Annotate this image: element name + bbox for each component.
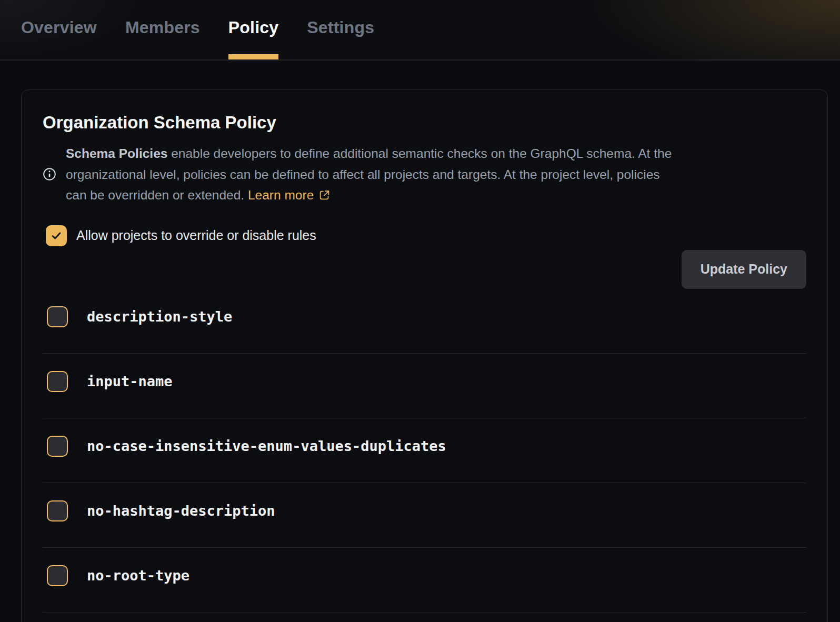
tab-settings[interactable]: Settings [307,0,374,59]
info-icon [43,167,56,181]
checkmark-icon [51,230,62,242]
tab-overview[interactable]: Overview [21,0,97,59]
rule-name: no-root-type [87,565,189,586]
allow-override-checkbox[interactable] [46,225,67,246]
schema-policy-card: Organization Schema Policy Schema Polici… [21,89,828,622]
rule-row-no-case-insensitive-enum-values-duplicates: no-case-insensitive-enum-values-duplicat… [43,418,806,483]
allow-override-row: Allow projects to override or disable ru… [43,225,806,247]
rule-name: no-case-insensitive-enum-values-duplicat… [87,436,446,457]
rule-row-description-style: description-style [43,289,806,354]
rules-list: description-style input-name no-case-ins… [43,289,806,613]
schema-policy-note: Schema Policies enable developers to def… [43,143,806,206]
note-line-3: can be overridden or extended. Learn mor… [66,185,672,206]
tab-members[interactable]: Members [125,0,200,59]
button-row: Update Policy [43,250,806,289]
rule-name: input-name [87,371,173,392]
page-title: Organization Schema Policy [43,113,806,132]
rule-checkbox-description-style[interactable] [47,306,68,327]
rule-name: no-hashtag-description [87,500,275,521]
rule-checkbox-input-name[interactable] [47,371,68,392]
rule-name: description-style [87,306,232,327]
rule-checkbox-no-case-insensitive-enum-values-duplicates[interactable] [47,436,68,457]
page-main: Organization Schema Policy Schema Polici… [0,89,840,622]
external-link-icon [319,189,330,200]
org-tabs: Overview Members Policy Settings [21,0,374,59]
rule-row-no-hashtag-description: no-hashtag-description [43,483,806,548]
org-tab-bar: Overview Members Policy Settings [0,0,840,61]
note-text: Schema Policies enable developers to def… [66,143,672,206]
note-line-2: organizational level, policies can be de… [66,164,672,185]
rule-row-no-root-type: no-root-type [43,548,806,613]
learn-more-link[interactable]: Learn more [248,185,330,206]
rule-row-input-name: input-name [43,354,806,418]
note-bold-lead: Schema Policies [66,146,167,160]
update-policy-button[interactable]: Update Policy [682,250,806,289]
rule-checkbox-no-root-type[interactable] [47,565,68,586]
note-line-1: Schema Policies enable developers to def… [66,143,672,164]
tab-policy[interactable]: Policy [228,0,278,59]
allow-override-label: Allow projects to override or disable ru… [76,228,316,243]
rule-checkbox-no-hashtag-description[interactable] [47,500,68,521]
